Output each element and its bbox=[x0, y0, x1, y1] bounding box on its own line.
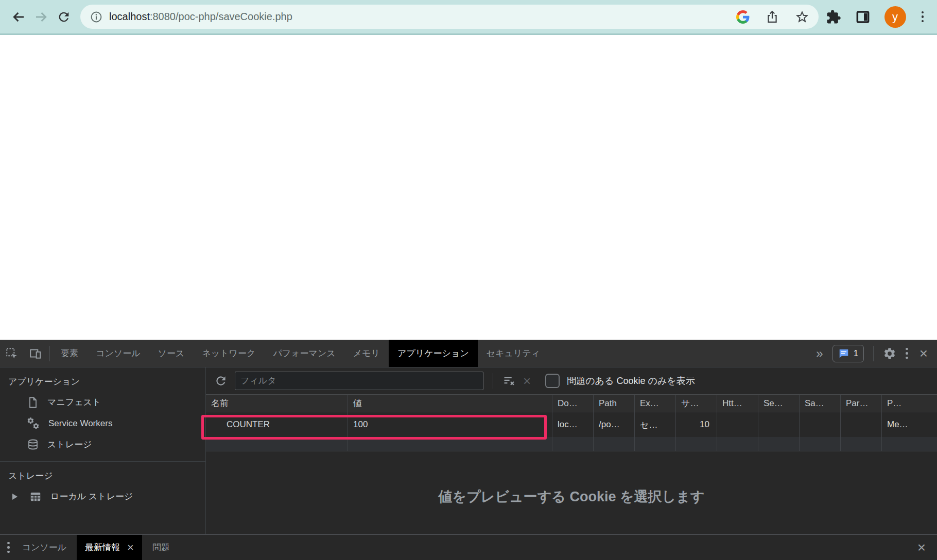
sidebar-item-storage[interactable]: ストレージ bbox=[0, 434, 205, 455]
page-content bbox=[0, 35, 937, 340]
drawer-tab-console[interactable]: コンソール bbox=[12, 535, 77, 560]
only-issues-checkbox[interactable] bbox=[545, 374, 560, 388]
devtools-menu-icon[interactable] bbox=[904, 346, 910, 361]
column-header-path[interactable]: Path bbox=[594, 395, 635, 412]
sidebar-item-local-storage[interactable]: ローカル ストレージ bbox=[0, 486, 205, 507]
drawer-tab-close-icon[interactable]: × bbox=[127, 541, 134, 554]
tab-application[interactable]: アプリケーション bbox=[389, 340, 478, 367]
tab-console[interactable]: コンソール bbox=[87, 340, 149, 367]
device-toolbar-icon bbox=[29, 347, 42, 360]
cookie-path-cell[interactable]: /po… bbox=[594, 412, 635, 437]
cookie-secure-cell[interactable] bbox=[758, 412, 800, 437]
column-header-domain[interactable]: Do… bbox=[552, 395, 594, 412]
devtools-panel: 要素 コンソール ソース ネットワーク パフォーマンス メモリ アプリケーション… bbox=[0, 340, 937, 560]
side-panel-icon[interactable] bbox=[855, 9, 871, 25]
drawer-tab-issues[interactable]: 問題 bbox=[142, 535, 180, 560]
sidebar-item-label: マニフェスト bbox=[47, 396, 101, 408]
url-host: localhost bbox=[109, 11, 150, 22]
forward-arrow-icon bbox=[33, 9, 49, 25]
page-info-icon[interactable] bbox=[90, 10, 103, 24]
devtools-drawer: コンソール 最新情報 × 問題 × bbox=[0, 534, 937, 560]
column-header-samesite[interactable]: Sa… bbox=[800, 395, 841, 412]
divider bbox=[873, 346, 874, 361]
drawer-close-button[interactable]: × bbox=[915, 540, 928, 555]
divider bbox=[49, 346, 50, 361]
back-button[interactable] bbox=[7, 6, 30, 28]
google-logo-icon[interactable] bbox=[736, 10, 750, 24]
drawer-tab-whats-new[interactable]: 最新情報 × bbox=[77, 535, 142, 560]
messages-count: 1 bbox=[854, 348, 858, 359]
device-toolbar-button[interactable] bbox=[24, 340, 47, 367]
messages-badge-button[interactable]: 1 bbox=[832, 345, 864, 362]
cookie-samesite-cell[interactable] bbox=[800, 412, 841, 437]
column-header-priority[interactable]: P… bbox=[882, 395, 937, 412]
column-header-expires[interactable]: Ex… bbox=[635, 395, 676, 412]
settings-gear-icon[interactable] bbox=[883, 347, 896, 360]
devtools-close-button[interactable]: × bbox=[917, 346, 930, 361]
cookie-preview-pane: 値をプレビューする Cookie を選択します bbox=[206, 451, 937, 534]
inspect-cursor-icon bbox=[5, 347, 19, 360]
cookie-preview-message: 値をプレビューする Cookie を選択します bbox=[439, 487, 705, 506]
sidebar-item-manifest[interactable]: マニフェスト bbox=[0, 392, 205, 413]
tab-elements[interactable]: 要素 bbox=[52, 340, 87, 367]
inspect-element-button[interactable] bbox=[0, 340, 24, 367]
cookies-table: 名前 値 Do… Path Ex… サ… Htt… Se… Sa… Par… P… bbox=[206, 394, 937, 451]
profile-avatar[interactable]: y bbox=[884, 6, 906, 28]
cookie-size-cell[interactable]: 10 bbox=[676, 412, 717, 437]
cookie-name-cell[interactable]: COUNTER bbox=[206, 412, 348, 437]
cookie-domain-cell[interactable]: loc… bbox=[552, 412, 594, 437]
delete-cookie-icon[interactable]: × bbox=[523, 374, 531, 388]
tab-sources[interactable]: ソース bbox=[149, 340, 194, 367]
cookie-row-counter[interactable]: COUNTER 100 loc… /po… セ… 10 Me… bbox=[206, 412, 937, 437]
share-icon[interactable] bbox=[765, 10, 779, 24]
column-header-value[interactable]: 値 bbox=[348, 395, 552, 412]
table-grid-icon bbox=[29, 490, 42, 503]
drawer-tab-label: 最新情報 bbox=[85, 541, 120, 553]
tab-memory[interactable]: メモリ bbox=[344, 340, 389, 367]
tab-network[interactable]: ネットワーク bbox=[193, 340, 264, 367]
url-text: localhost:8080/poc-php/saveCookie.php bbox=[109, 11, 292, 23]
filter-input[interactable] bbox=[235, 372, 483, 390]
sidebar-item-label: ローカル ストレージ bbox=[50, 491, 133, 502]
chrome-menu-icon[interactable] bbox=[919, 9, 926, 25]
forward-button[interactable] bbox=[30, 6, 53, 28]
column-header-httponly[interactable]: Htt… bbox=[717, 395, 758, 412]
address-bar[interactable]: localhost:8080/poc-php/saveCookie.php bbox=[80, 5, 819, 29]
service-workers-gears-icon bbox=[27, 417, 40, 430]
cookie-httponly-cell[interactable] bbox=[717, 412, 758, 437]
empty-table-stripe bbox=[206, 437, 937, 451]
tab-security[interactable]: セキュリティ bbox=[478, 340, 549, 367]
clear-filter-icon[interactable] bbox=[502, 374, 516, 388]
sidebar-section-application: アプリケーション bbox=[0, 367, 205, 392]
only-issues-label: 問題のある Cookie のみを表示 bbox=[567, 375, 695, 387]
bookmark-star-icon[interactable] bbox=[795, 10, 809, 24]
sidebar-item-service-workers[interactable]: Service Workers bbox=[0, 413, 205, 434]
more-tabs-button[interactable]: » bbox=[813, 346, 825, 361]
cookies-panel: × 問題のある Cookie のみを表示 名前 値 Do… Path Ex… サ… bbox=[206, 367, 937, 534]
tab-performance[interactable]: パフォーマンス bbox=[264, 340, 344, 367]
divider bbox=[493, 373, 493, 389]
cookies-table-header: 名前 値 Do… Path Ex… サ… Htt… Se… Sa… Par… P… bbox=[206, 395, 937, 412]
cookie-value-cell[interactable]: 100 bbox=[348, 412, 552, 437]
application-sidebar: アプリケーション マニフェスト Service Workers ストレージ bbox=[0, 367, 206, 534]
refresh-icon[interactable] bbox=[214, 374, 228, 388]
drawer-menu-icon[interactable] bbox=[5, 540, 12, 555]
extensions-puzzle-icon[interactable] bbox=[826, 9, 841, 25]
cookie-expires-cell[interactable]: セ… bbox=[635, 412, 676, 437]
expander-triangle-icon[interactable] bbox=[12, 494, 18, 500]
reload-button[interactable] bbox=[53, 6, 75, 28]
column-header-size[interactable]: サ… bbox=[676, 395, 717, 412]
sidebar-item-label: Service Workers bbox=[48, 418, 112, 429]
database-icon bbox=[27, 439, 39, 451]
cookie-priority-cell[interactable]: Me… bbox=[882, 412, 937, 437]
column-header-secure[interactable]: Se… bbox=[758, 395, 800, 412]
cookie-partition-cell[interactable] bbox=[841, 412, 882, 437]
devtools-tabbar: 要素 コンソール ソース ネットワーク パフォーマンス メモリ アプリケーション… bbox=[0, 340, 937, 367]
sidebar-item-label: ストレージ bbox=[47, 439, 92, 450]
back-arrow-icon bbox=[11, 9, 26, 25]
column-header-partition[interactable]: Par… bbox=[841, 395, 882, 412]
document-icon bbox=[27, 396, 39, 409]
column-header-name[interactable]: 名前 bbox=[206, 395, 348, 412]
cookies-toolbar: × 問題のある Cookie のみを表示 bbox=[206, 367, 937, 394]
browser-toolbar: localhost:8080/poc-php/saveCookie.php y bbox=[0, 0, 937, 35]
